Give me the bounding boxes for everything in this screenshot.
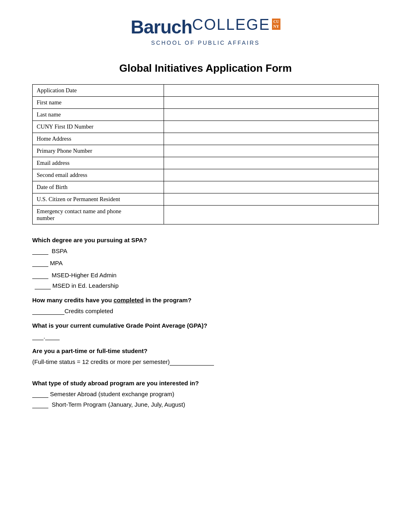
form-row-label: U.S. Citizen or Permanent Resident xyxy=(33,193,164,206)
option-short-term: Short-Term Program (January, June, July,… xyxy=(32,401,379,408)
form-row-value[interactable] xyxy=(164,206,379,224)
form-row-label: Second email address xyxy=(33,169,164,181)
option-semester-abroad: Semester Abroad (student exchange progra… xyxy=(32,391,379,398)
form-row-value[interactable] xyxy=(164,85,379,97)
form-row-value[interactable] xyxy=(164,157,379,169)
form-row-value[interactable] xyxy=(164,193,379,206)
option-msed-higher: MSED-Higher Ed Admin xyxy=(32,272,379,279)
section-studyabroad: What type of study abroad program are yo… xyxy=(32,380,379,408)
form-row-value[interactable] xyxy=(164,133,379,145)
section-parttime: Are you a part-time or full-time student… xyxy=(32,347,379,366)
option-msed-leadership: MSED in Ed. Leadership xyxy=(35,282,379,289)
form-row-label: Primary Phone Number xyxy=(33,145,164,157)
question-credits: How many credits have you completed in t… xyxy=(32,297,379,303)
table-row: U.S. Citizen or Permanent Resident xyxy=(33,193,379,206)
page-header: BaruchCOLLEGE CU NY SCHOOL OF PUBLIC AFF… xyxy=(32,16,379,46)
form-row-value[interactable] xyxy=(164,121,379,133)
page-title: Global Initiatives Application Form xyxy=(32,62,379,75)
form-row-label: Home Address xyxy=(33,133,164,145)
form-row-value[interactable] xyxy=(164,109,379,121)
logo: BaruchCOLLEGE CU NY xyxy=(131,16,280,38)
form-row-label: Date of Birth xyxy=(33,181,164,193)
gpa-blank: . xyxy=(32,333,379,340)
form-row-label: Emergency contact name and phonenumber xyxy=(33,206,164,224)
table-row: Emergency contact name and phonenumber xyxy=(33,206,379,224)
form-row-value[interactable] xyxy=(164,169,379,181)
school-subtitle: SCHOOL OF PUBLIC AFFAIRS xyxy=(32,39,379,46)
form-row-label: Application Date xyxy=(33,85,164,97)
form-row-value[interactable] xyxy=(164,97,379,109)
logo-baruch: Baruch xyxy=(131,16,192,38)
credits-blank-line: Credits completed xyxy=(32,308,379,315)
question-parttime: Are you a part-time or full-time student… xyxy=(32,347,379,354)
form-row-label: Last name xyxy=(33,109,164,121)
logo-container: BaruchCOLLEGE CU NY xyxy=(131,16,280,38)
section-credits: How many credits have you completed in t… xyxy=(32,297,379,315)
question-studyabroad: What type of study abroad program are yo… xyxy=(32,380,379,387)
table-row: CUNY First ID Number xyxy=(33,121,379,133)
form-row-label: Email address xyxy=(33,157,164,169)
section-degree: Which degree are you pursuing at SPA? BS… xyxy=(32,237,379,289)
cuny-badge: CU NY xyxy=(272,19,280,30)
table-row: Last name xyxy=(33,109,379,121)
logo-college: COLLEGE xyxy=(192,16,270,33)
application-form-table: Application DateFirst nameLast nameCUNY … xyxy=(32,84,379,224)
form-row-label: CUNY First ID Number xyxy=(33,121,164,133)
question-degree: Which degree are you pursuing at SPA? xyxy=(32,237,379,243)
table-row: Email address xyxy=(33,157,379,169)
table-row: Home Address xyxy=(33,133,379,145)
table-row: First name xyxy=(33,97,379,109)
table-row: Application Date xyxy=(33,85,379,97)
option-mpa: MPA xyxy=(32,260,379,267)
form-row-label: First name xyxy=(33,97,164,109)
table-row: Primary Phone Number xyxy=(33,145,379,157)
question-gpa: What is your current cumulative Grade Po… xyxy=(32,322,379,329)
table-row: Second email address xyxy=(33,169,379,181)
form-row-value[interactable] xyxy=(164,181,379,193)
form-row-value[interactable] xyxy=(164,145,379,157)
option-bspa: BSPA xyxy=(32,247,379,255)
section-gpa: What is your current cumulative Grade Po… xyxy=(32,322,379,340)
table-row: Date of Birth xyxy=(33,181,379,193)
parttime-sub: (Full-time status = 12 credits or more p… xyxy=(32,358,379,366)
